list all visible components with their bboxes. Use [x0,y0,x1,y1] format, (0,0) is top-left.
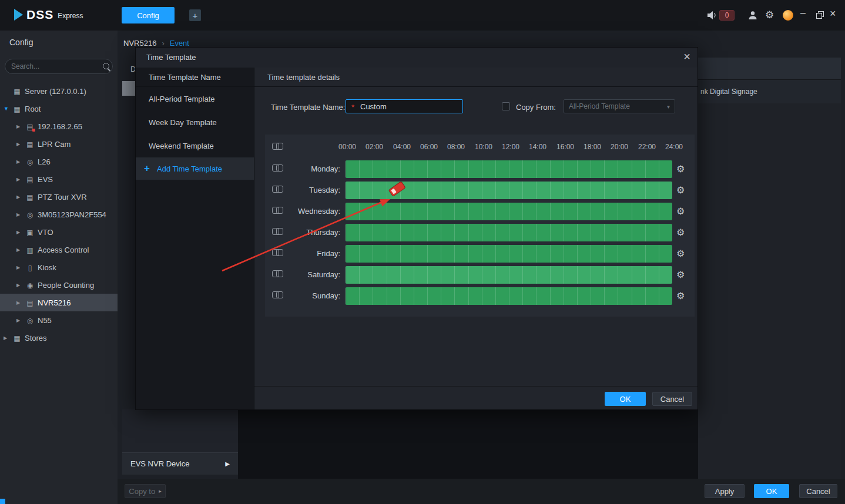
tree-item-n55[interactable]: ▶ ◎ N55 [0,311,118,329]
horizontal-scrollbar-track[interactable] [0,499,118,504]
tree-item-192-168-2-65[interactable]: ▶ ▤ 192.168.2.65 [0,117,118,135]
day-label: Wednesday: [281,207,340,216]
template-name-input[interactable] [360,100,460,113]
tree-item-nvr5216[interactable]: ▶ ▤ NVR5216 [0,294,118,311]
tree-item-label: Root [25,105,41,113]
tree-item-server[interactable]: ▦ Server (127.0.0.1) [0,82,118,100]
tree-item-root[interactable]: ▼ ▦ Root [0,100,118,117]
tree-item-evs[interactable]: ▶ ▤ EVS [0,170,118,188]
time-tick: 06:00 [417,143,441,151]
schedule-bar-tuesday[interactable] [346,182,672,199]
breadcrumb-device[interactable]: NVR5216 [123,39,156,48]
schedule-bar-wednesday[interactable] [346,203,672,220]
link-icon[interactable] [272,186,282,192]
speaker-icon[interactable] [707,11,717,22]
copy-from-checkbox[interactable] [502,102,510,110]
template-item-week-day[interactable]: Week Day Template [136,110,254,134]
schedule-bar-sunday[interactable] [346,287,672,305]
link-icon[interactable] [272,228,282,234]
dialog-cancel-button[interactable]: Cancel [652,392,692,406]
tree-item-label: EVS [38,175,53,184]
tree-item-ptz-tour-xvr[interactable]: ▶ ▤ PTZ Tour XVR [0,188,118,206]
schedule-bar-saturday[interactable] [346,266,672,284]
footer-ok-button[interactable]: OK [754,484,789,498]
copy-from-dropdown[interactable]: All-Period Template ▾ [564,99,675,113]
schedule-bar-friday[interactable] [346,245,672,263]
add-time-template-button[interactable]: + Add Time Template [136,157,254,180]
event-source-panel: nk Digital Signage [693,58,841,479]
link-all-icon[interactable] [272,143,282,149]
search-icon[interactable] [102,62,106,71]
plus-icon: + [144,163,157,174]
expand-icon[interactable]: ▶ [16,318,25,323]
search-box[interactable] [5,59,113,74]
camera-icon: ▤ [26,140,33,149]
minimize-button[interactable]: – [800,8,806,18]
expand-icon[interactable]: ▶ [16,247,25,253]
apply-button[interactable]: Apply [705,484,745,498]
period-settings-gear-icon[interactable]: ⚙ [676,227,685,238]
dss-logo-icon [14,9,23,21]
expand-icon[interactable]: ▶ [16,265,25,270]
breadcrumb-page-event[interactable]: Event [170,39,189,48]
link-icon[interactable] [272,164,282,171]
time-tick: 04:00 [390,143,414,151]
period-settings-gear-icon[interactable]: ⚙ [676,206,685,217]
template-item-weekend[interactable]: Weekend Template [136,134,254,157]
alarm-count-badge[interactable]: 0 [719,10,735,21]
settings-gear-icon[interactable]: ⚙ [765,9,774,21]
evs-nvr-device-panel[interactable]: EVS NVR Device ▶ [122,452,238,475]
link-icon[interactable] [272,291,282,298]
search-input[interactable] [11,62,102,70]
tree-item-kiosk[interactable]: ▶ ▯ Kiosk [0,258,118,276]
tree-item-l26[interactable]: ▶ ◎ L26 [0,153,118,170]
link-icon[interactable] [272,270,282,277]
expand-icon[interactable]: ▶ [16,159,25,164]
expand-icon[interactable]: ▶ [16,177,25,182]
expand-icon[interactable]: ▶ [16,283,25,288]
expand-icon[interactable]: ▶ [16,124,25,129]
expand-icon[interactable]: ▶ [16,230,25,235]
tree-item-label: Kiosk [38,263,56,272]
brand-orb-icon[interactable] [783,10,793,21]
expand-icon[interactable]: ▶ [16,300,25,305]
dialog-close-icon[interactable]: × [683,50,690,63]
collapse-icon[interactable]: ▼ [4,106,12,112]
period-settings-gear-icon[interactable]: ⚙ [676,248,685,259]
tree-item-3m05123pan2f554[interactable]: ▶ ◎ 3M05123PAN2F554 [0,206,118,223]
tree-item-stores[interactable]: ▶ ▦ Stores [0,329,118,347]
template-list-panel: Time Template Name All-Period Template W… [136,68,254,409]
template-name-field[interactable]: * [346,99,463,113]
close-button[interactable]: × [830,8,836,20]
tree-item-people-counting[interactable]: ▶ ◉ People Counting [0,276,118,294]
link-icon[interactable] [272,207,282,213]
tree-item-vto[interactable]: ▶ ▣ VTO [0,223,118,241]
tree-item-lpr-cam[interactable]: ▶ ▤ LPR Cam [0,135,118,153]
device-tree: ▦ Server (127.0.0.1) ▼ ▦ Root ▶ ▤ 192.16… [0,82,118,347]
event-source-row[interactable]: nk Digital Signage [693,80,841,103]
expand-icon[interactable]: ▶ [16,194,25,200]
period-settings-gear-icon[interactable]: ⚙ [676,290,685,301]
expand-icon[interactable]: ▶ [4,335,12,341]
restore-button[interactable] [816,11,823,18]
expand-icon[interactable]: ▶ [16,212,25,217]
period-settings-gear-icon[interactable]: ⚙ [676,163,685,174]
add-tab-button[interactable]: + [189,9,201,21]
schedule-bar-monday[interactable] [346,160,672,178]
clipped-selected-row [122,81,135,96]
expand-icon[interactable]: ▶ [16,142,25,147]
horizontal-scrollbar-thumb[interactable] [0,499,5,504]
tree-item-access-control[interactable]: ▶ ▥ Access Control [0,241,118,258]
link-icon[interactable] [272,249,282,256]
tab-config[interactable]: Config [122,7,175,23]
template-item-all-period[interactable]: All-Period Template [136,87,254,110]
schedule-bar-thursday[interactable] [346,224,672,241]
tree-item-label: N55 [38,316,52,325]
dialog-ok-button[interactable]: OK [605,392,646,406]
user-icon[interactable] [747,10,758,22]
expand-arrow-icon[interactable]: ▶ [225,461,230,467]
footer-cancel-button[interactable]: Cancel [799,484,837,498]
period-settings-gear-icon[interactable]: ⚙ [676,184,685,196]
period-settings-gear-icon[interactable]: ⚙ [676,269,685,280]
copy-to-button[interactable]: Copy to ▸ [125,484,166,498]
